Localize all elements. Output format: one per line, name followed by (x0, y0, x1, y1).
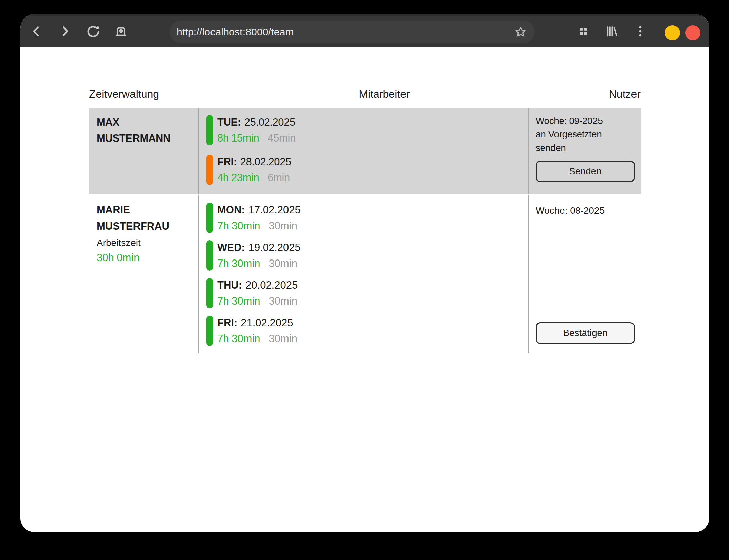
week-label: Woche: 08-2025 (536, 202, 641, 217)
page-content: Zeitverwaltung Mitarbeiter Nutzer MAX MU… (20, 47, 709, 532)
employee-row-max-mustermann[interactable]: MAX MUSTERMANN TUE:25.02.2025 8h 15min45… (89, 108, 641, 194)
entry-day: WED: (217, 242, 245, 253)
break-time: 30min (269, 333, 297, 345)
close-dot[interactable] (685, 25, 700, 40)
page-title-zeitverwaltung: Zeitverwaltung (89, 88, 159, 101)
back-button[interactable] (29, 25, 44, 39)
time-entries-cell: TUE:25.02.2025 8h 15min45min FRI:28.02.2… (198, 108, 529, 194)
worked-time: 8h 15min (217, 132, 259, 144)
week-action-cell: Woche: 09-2025 an Vorgesetzten senden Se… (529, 108, 641, 194)
entry-date: FRI:21.02.2025 (217, 315, 297, 331)
reload-button[interactable] (86, 25, 101, 39)
employee-name-line: MARIE (97, 202, 198, 218)
week-label: senden (536, 141, 641, 155)
employee-name-cell: MAX MUSTERMANN (89, 108, 198, 194)
entry-times: 7h 30min30min (217, 255, 301, 271)
entry-day: FRI: (217, 156, 237, 168)
forward-button[interactable] (57, 25, 72, 39)
chevron-right-icon (57, 24, 72, 40)
menu-button[interactable] (633, 25, 648, 39)
entry-day: MON: (217, 204, 245, 216)
employee-name-cell: MARIE MUSTERFRAU Arbeitszeit 30h 0min (89, 195, 198, 353)
entry-times: 8h 15min45min (217, 130, 296, 146)
time-entries-cell: MON:17.02.2025 7h 30min30min WED:19.02.2… (198, 195, 529, 353)
url-text: http://localhost:8000/team (177, 26, 294, 38)
worked-time: 4h 23min (217, 172, 259, 184)
worked-time: 7h 30min (217, 333, 260, 345)
time-entry: MON:17.02.2025 7h 30min30min (206, 202, 528, 234)
status-bar-green (206, 316, 213, 346)
break-time: 30min (269, 257, 297, 269)
worked-time: 7h 30min (217, 257, 260, 269)
page-header-nutzer: Nutzer (609, 88, 641, 101)
kebab-menu-icon (633, 24, 648, 40)
status-bar-green (206, 115, 213, 145)
bestaetigen-button[interactable]: Bestätigen (536, 322, 635, 344)
status-bar-green (206, 240, 213, 271)
entry-date-value: 28.02.2025 (240, 156, 291, 168)
week-label: an Vorgesetzten (536, 128, 641, 141)
time-entry: WED:19.02.2025 7h 30min30min (206, 240, 528, 271)
window-plus-icon (114, 24, 128, 40)
time-entry: THU:20.02.2025 7h 30min30min (206, 277, 528, 309)
browser-toolbar: http://localhost:8000/team (20, 14, 709, 47)
entry-date: FRI:28.02.2025 (217, 154, 291, 170)
status-bar-green (206, 278, 213, 308)
apps-grid-button[interactable] (576, 25, 591, 39)
employee-name-line: MUSTERMANN (97, 130, 198, 147)
week-label: Woche: 09-2025 (536, 114, 641, 128)
time-entry: FRI:28.02.2025 4h 23min6min (206, 154, 528, 186)
entry-date: MON:17.02.2025 (217, 202, 301, 218)
status-bar-green (206, 203, 213, 233)
browser-window: http://localhost:8000/team (20, 14, 709, 532)
url-bar[interactable]: http://localhost:8000/team (170, 21, 535, 43)
entry-date: TUE:25.02.2025 (217, 114, 296, 130)
bookmark-star-icon[interactable] (514, 25, 527, 39)
refresh-icon (86, 24, 101, 40)
entry-times: 7h 30min30min (217, 218, 301, 234)
time-entry: TUE:25.02.2025 8h 15min45min (206, 114, 528, 146)
entry-date-value: 21.02.2025 (241, 317, 293, 329)
status-bar-orange (206, 155, 213, 185)
employee-row-marie-musterfrau[interactable]: MARIE MUSTERFRAU Arbeitszeit 30h 0min MO… (89, 195, 641, 353)
worktime-label: Arbeitszeit (97, 236, 198, 250)
new-tab-button[interactable] (114, 25, 128, 39)
entry-date-value: 25.02.2025 (244, 116, 295, 128)
minimize-dot[interactable] (665, 25, 680, 40)
senden-button[interactable]: Senden (536, 161, 635, 182)
break-time: 30min (269, 295, 297, 307)
time-entry: FRI:21.02.2025 7h 30min30min (206, 315, 528, 347)
entry-day: TUE: (217, 116, 241, 128)
entry-times: 4h 23min6min (217, 170, 291, 186)
employee-table: MAX MUSTERMANN TUE:25.02.2025 8h 15min45… (89, 108, 641, 353)
break-time: 6min (268, 172, 290, 184)
break-time: 45min (268, 132, 295, 144)
entry-times: 7h 30min30min (217, 293, 298, 309)
entry-date: THU:20.02.2025 (217, 277, 298, 293)
chevron-left-icon (29, 24, 44, 40)
entry-date: WED:19.02.2025 (217, 240, 301, 255)
entry-day: THU: (217, 279, 242, 291)
page-header-mitarbeiter: Mitarbeiter (359, 88, 410, 101)
entry-date-value: 17.02.2025 (248, 204, 301, 216)
books-icon (604, 24, 619, 40)
break-time: 30min (269, 220, 297, 232)
entry-day: FRI: (217, 317, 237, 329)
employee-name-line: MUSTERFRAU (97, 218, 198, 234)
entry-date-value: 20.02.2025 (245, 279, 298, 291)
grid-icon (576, 24, 591, 40)
employee-name-line: MAX (97, 114, 198, 130)
week-action-cell: Woche: 08-2025 Bestätigen (529, 195, 641, 353)
entry-date-value: 19.02.2025 (248, 242, 301, 253)
worked-time: 7h 30min (217, 220, 260, 232)
worktime-value: 30h 0min (97, 250, 198, 265)
entry-times: 7h 30min30min (217, 331, 297, 347)
library-button[interactable] (604, 25, 619, 39)
worked-time: 7h 30min (217, 295, 260, 307)
